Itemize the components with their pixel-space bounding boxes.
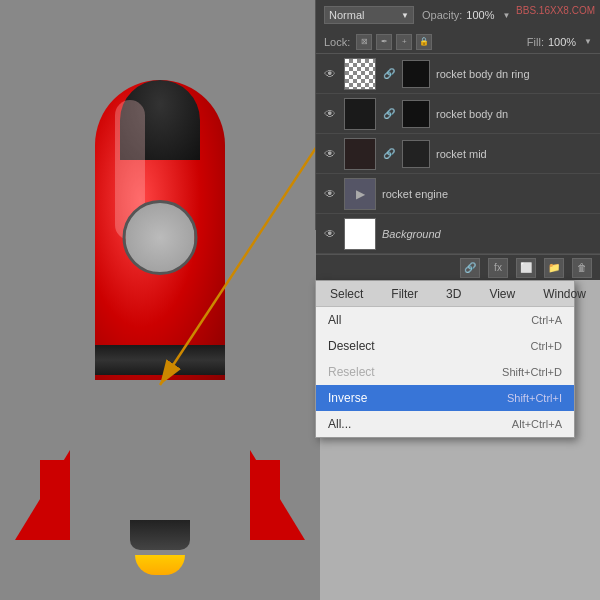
menu-item-reselect-label: Reselect (328, 365, 375, 379)
context-menu: Select Filter 3D View Window All Ctrl+A … (315, 280, 575, 438)
layer-thumb-3 (344, 138, 376, 170)
mask-icon-btn[interactable]: ⬜ (516, 258, 536, 278)
layer-link-1: 🔗 (382, 67, 396, 81)
layer-name-5: Background (382, 228, 594, 240)
layer-mask-1 (402, 60, 430, 88)
menu-item-deselect-label: Deselect (328, 339, 375, 353)
lock-row: Lock: ⊠ ✒ + 🔒 Fill: 100% ▼ (316, 30, 600, 54)
link-icon-btn[interactable]: 🔗 (460, 258, 480, 278)
lock-icon-3[interactable]: + (396, 34, 412, 50)
rocket-nozzle (130, 520, 190, 550)
layer-mask-2 (402, 100, 430, 128)
menu-header-3d[interactable]: 3D (440, 283, 467, 305)
blend-mode-arrow: ▼ (401, 11, 409, 20)
menu-item-all-shortcut: Ctrl+A (531, 314, 562, 326)
layer-thumb-5 (344, 218, 376, 250)
layers-panel: Normal ▼ Opacity: 100% ▼ Lock: ⊠ ✒ + 🔒 F… (315, 0, 600, 230)
panel-bottom-bar: 🔗 fx ⬜ 📁 🗑 (316, 254, 600, 280)
rocket-body-shape (95, 80, 225, 380)
lock-icon-1[interactable]: ⊠ (356, 34, 372, 50)
rocket-porthole (123, 200, 198, 275)
layer-name-4: rocket engine (382, 188, 594, 200)
lock-label: Lock: (324, 36, 350, 48)
menu-item-inverse[interactable]: Inverse Shift+Ctrl+I (316, 385, 574, 411)
lock-icon-2[interactable]: ✒ (376, 34, 392, 50)
watermark: BBS.16XX8.COM (516, 5, 595, 16)
menu-header-select[interactable]: Select (324, 283, 369, 305)
layer-name-2: rocket body dn (436, 108, 594, 120)
menu-item-deselect-shortcut: Ctrl+D (531, 340, 562, 352)
rocket-fin-left-inner (40, 460, 70, 540)
layer-link-3: 🔗 (382, 147, 396, 161)
rocket-engine (130, 520, 190, 560)
layer-row-3[interactable]: 👁 🔗 rocket mid (316, 134, 600, 174)
layer-mask-3 (402, 140, 430, 168)
layer-eye-2[interactable]: 👁 (322, 106, 338, 122)
layer-thumb-1 (344, 58, 376, 90)
layer-eye-4[interactable]: 👁 (322, 186, 338, 202)
rocket-body (95, 80, 225, 400)
fx-icon-btn[interactable]: fx (488, 258, 508, 278)
menu-header: Select Filter 3D View Window (316, 281, 574, 307)
opacity-row: Opacity: 100% ▼ (422, 9, 510, 21)
menu-header-window[interactable]: Window (537, 283, 592, 305)
rocket-ring (95, 345, 225, 375)
layers-list: 👁 🔗 rocket body dn ring 👁 🔗 rocket body … (316, 54, 600, 254)
fill-label: Fill: (527, 36, 544, 48)
menu-header-filter[interactable]: Filter (385, 283, 424, 305)
blend-mode-select[interactable]: Normal ▼ (324, 6, 414, 24)
lock-icon-4[interactable]: 🔒 (416, 34, 432, 50)
menu-item-inverse-label: Inverse (328, 391, 367, 405)
menu-item-all[interactable]: All Ctrl+A (316, 307, 574, 333)
fill-arrow: ▼ (584, 37, 592, 46)
rocket (60, 80, 260, 560)
menu-item-deselect[interactable]: Deselect Ctrl+D (316, 333, 574, 359)
layer-link-2: 🔗 (382, 107, 396, 121)
layer-row-5[interactable]: 👁 Background (316, 214, 600, 254)
rocket-fin-right-inner (250, 460, 280, 540)
layer-eye-1[interactable]: 👁 (322, 66, 338, 82)
layer-eye-3[interactable]: 👁 (322, 146, 338, 162)
menu-item-all-layers-shortcut: Alt+Ctrl+A (512, 418, 562, 430)
menu-item-all-layers[interactable]: All... Alt+Ctrl+A (316, 411, 574, 437)
layer-thumb-4: ▶ (344, 178, 376, 210)
menu-item-all-layers-label: All... (328, 417, 351, 431)
opacity-label: Opacity: (422, 9, 462, 21)
layer-row-4[interactable]: 👁 ▶ rocket engine (316, 174, 600, 214)
layer-name-1: rocket body dn ring (436, 68, 594, 80)
menu-header-view[interactable]: View (483, 283, 521, 305)
layer-row-2[interactable]: 👁 🔗 rocket body dn (316, 94, 600, 134)
menu-item-inverse-shortcut: Shift+Ctrl+I (507, 392, 562, 404)
fill-value: 100% (548, 36, 576, 48)
lock-icons: ⊠ ✒ + 🔒 (356, 34, 432, 50)
blend-mode-value: Normal (329, 9, 364, 21)
canvas-area (0, 0, 320, 600)
opacity-arrow: ▼ (503, 11, 511, 20)
lock-fill-row: Lock: ⊠ ✒ + 🔒 Fill: 100% ▼ (324, 34, 592, 50)
layer-thumb-2 (344, 98, 376, 130)
layer-row-1[interactable]: 👁 🔗 rocket body dn ring (316, 54, 600, 94)
opacity-value: 100% (466, 9, 494, 21)
trash-icon-btn[interactable]: 🗑 (572, 258, 592, 278)
layer-eye-5[interactable]: 👁 (322, 226, 338, 242)
menu-item-all-label: All (328, 313, 341, 327)
menu-item-reselect[interactable]: Reselect Shift+Ctrl+D (316, 359, 574, 385)
rocket-flame (135, 555, 185, 575)
layer-name-3: rocket mid (436, 148, 594, 160)
menu-item-reselect-shortcut: Shift+Ctrl+D (502, 366, 562, 378)
folder-icon-btn[interactable]: 📁 (544, 258, 564, 278)
